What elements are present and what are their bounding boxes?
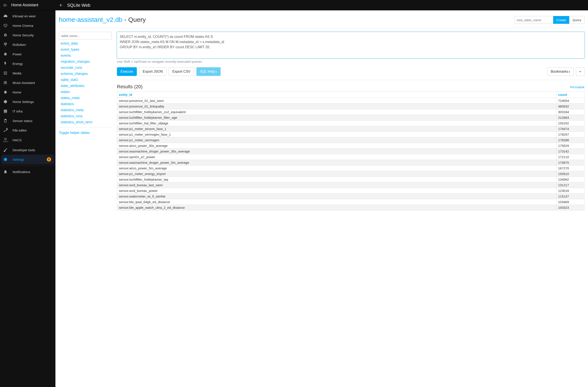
- cell-entity-id: sensor.luchtfilter_hobbykamer_iaq: [117, 177, 556, 182]
- sidebar-item-file-editor[interactable]: File editor: [0, 125, 55, 135]
- cell-entity-id: sensor.wcd_bureau_power: [117, 188, 556, 194]
- sidebar-item-settings[interactable]: Settings 5: [1, 155, 54, 164]
- table-link-event_data[interactable]: event_data: [59, 40, 112, 46]
- sidebar-nav: Klimaat en weer Home Cinema Home Securit…: [0, 10, 55, 164]
- create-button[interactable]: Create: [553, 16, 569, 24]
- topbar-title: SQLite Web: [67, 3, 90, 8]
- execute-button[interactable]: Execute: [117, 67, 137, 76]
- cell-count: 178288: [556, 137, 585, 143]
- table-link-recorder_runs[interactable]: recorder_runs: [59, 65, 112, 71]
- sidebar-item-klimaat-en-weer[interactable]: Klimaat en weer: [0, 11, 55, 21]
- play-box-icon: [3, 71, 8, 75]
- table-link-schema_changes[interactable]: schema_changes: [59, 71, 112, 77]
- bookmarks-button[interactable]: Bookmarks: [547, 67, 574, 76]
- table-link-states_meta[interactable]: states_meta: [59, 95, 112, 101]
- back-arrow-icon[interactable]: [59, 3, 63, 7]
- table-row: sensor.presence_01_linkquality480932: [117, 104, 585, 109]
- cell-count: 724054: [556, 98, 585, 104]
- sidebar-item-label: Settings: [13, 158, 24, 161]
- sidebar-item-label: Home Settings: [13, 100, 34, 104]
- table-filter-input[interactable]: [59, 32, 112, 39]
- sidebar-item-power[interactable]: Power: [0, 49, 55, 59]
- table-row: sensor.airco_power_30s_average175529: [117, 143, 585, 149]
- query-button[interactable]: Query: [569, 16, 585, 24]
- table-link-events[interactable]: events: [59, 53, 112, 59]
- table-row: sensor.luchtfilter_hobbykamer_co2_equiva…: [117, 109, 585, 115]
- sidebar-item-music-assistant[interactable]: Music Assistant: [0, 78, 55, 87]
- table-link-states[interactable]: states: [59, 89, 112, 95]
- table-link-statistics_meta[interactable]: statistics_meta: [59, 107, 112, 113]
- sidebar-item-home-cinema[interactable]: Home Cinema: [0, 21, 55, 30]
- table-link-event_types[interactable]: event_types: [59, 46, 112, 53]
- table-row: sensor.p1_meter_energy_import150510: [117, 171, 585, 177]
- badge: 5: [47, 157, 51, 162]
- page-title-suffix: - Query: [123, 16, 146, 23]
- export-json-button[interactable]: Export JSON: [139, 67, 167, 76]
- sidebar-item-it-infra[interactable]: IT infra: [0, 106, 55, 116]
- sidebar-item-label: File editor: [13, 129, 27, 132]
- sidebar-item-label: Developer tools: [13, 148, 35, 152]
- table-link-statistics[interactable]: statistics: [59, 101, 112, 107]
- table-link-statistics_short_term[interactable]: statistics_short_term: [59, 119, 112, 125]
- home-bolt-icon: [3, 52, 8, 56]
- sql-input[interactable]: [117, 32, 584, 58]
- hammer-icon: [3, 148, 8, 152]
- divider: [0, 165, 55, 166]
- header-actions: Create Query: [514, 16, 585, 24]
- content: home-assistant_v2.db - Query Create Quer…: [55, 10, 588, 387]
- sidebar-item-notifications[interactable]: Notifications: [0, 167, 55, 176]
- table-links: event_dataevent_typeseventsmigration_cha…: [59, 40, 112, 125]
- cell-count: 178297: [556, 132, 585, 137]
- server-icon: [3, 109, 8, 113]
- home-snow-icon: [3, 90, 8, 94]
- db-name-link[interactable]: home-assistant_v2.db: [59, 16, 123, 23]
- table-row: sensor.wcd_bureau_power123018: [117, 188, 585, 194]
- sidebar-item-label: Media: [13, 71, 21, 75]
- sidebar-item-home-settings[interactable]: Home Settings: [0, 97, 55, 106]
- column-header-entity_id[interactable]: entity_id: [117, 92, 556, 98]
- table-link-state_attributes[interactable]: state_attributes: [59, 83, 112, 89]
- cell-count: 123018: [556, 188, 585, 194]
- menu-collapse-icon[interactable]: [3, 3, 7, 7]
- table-link-statistics_runs[interactable]: statistics_runs: [59, 113, 112, 119]
- cell-entity-id: sensor.p1_meter_vermogen: [117, 137, 556, 143]
- table-row: sensor.spm01_a7_power172110: [117, 154, 585, 160]
- column-header-count[interactable]: count: [556, 92, 585, 98]
- results-head: Results (20) Permalink: [117, 84, 585, 90]
- table-link-migration_changes[interactable]: migration_changes: [59, 59, 112, 65]
- table-row: sensor.presence_01_last_seen724054: [117, 98, 585, 104]
- table-row: sensor.p1_meter_stroom_fase_1179474: [117, 126, 585, 132]
- table-row: sensor.wasmachine_droger_power_5m_averag…: [117, 160, 585, 165]
- cell-count: 103469: [556, 199, 585, 205]
- export-csv-button[interactable]: Export CSV: [169, 67, 194, 76]
- sidebar-item-energy[interactable]: Energy: [0, 59, 55, 68]
- table-row: sensor.p1_meter_vermogen_fase_1178297: [117, 132, 585, 137]
- table-row: sensor.airco_power_5m_average167270: [117, 165, 585, 171]
- table-link-sqlite_stat1[interactable]: sqlite_stat1: [59, 77, 112, 83]
- cell-count: 303184: [556, 109, 585, 115]
- sidebar-item-rolluiken[interactable]: Rolluiken: [0, 40, 55, 49]
- sidebar-item-label: Home: [13, 90, 21, 94]
- sidebar-item-media[interactable]: Media: [0, 68, 55, 78]
- cell-entity-id: sensor.spm01_a7_power: [117, 154, 556, 160]
- table-row: sensor.wcd_bureau_last_seen131217: [117, 182, 585, 188]
- new-table-input[interactable]: [514, 16, 553, 24]
- cell-entity-id: sensor.presence_01_last_seen: [117, 98, 556, 104]
- sidebar-item-home[interactable]: Home: [0, 87, 55, 97]
- toggle-helper-tables-link[interactable]: Toggle helper tables: [59, 130, 112, 136]
- add-bookmark-button[interactable]: +: [576, 67, 585, 76]
- sidebar-item-label: Rolluiken: [13, 43, 26, 46]
- cell-entity-id: sensor.luchtfilter_hobbykamer_co2_equiva…: [117, 109, 556, 115]
- sidebar-item-home-security[interactable]: Home Security: [0, 30, 55, 40]
- permalink-link[interactable]: Permalink: [570, 85, 585, 89]
- sidebar-item-sensor-status[interactable]: Sensor status: [0, 116, 55, 125]
- cell-count: 150510: [556, 171, 585, 177]
- sql-help-button[interactable]: SQL Help: [196, 67, 221, 76]
- cell-count: 172110: [556, 154, 585, 160]
- sidebar-item-developer-tools[interactable]: Developer tools: [0, 145, 55, 155]
- cell-count: 100323: [556, 205, 585, 211]
- library-icon: [3, 80, 8, 85]
- cell-entity-id: sensor.luchtfilter_hal_filter_slijtage: [117, 120, 556, 126]
- sidebar-item-hacs[interactable]: HACS HACS: [0, 135, 55, 145]
- cloud-icon: [3, 14, 8, 18]
